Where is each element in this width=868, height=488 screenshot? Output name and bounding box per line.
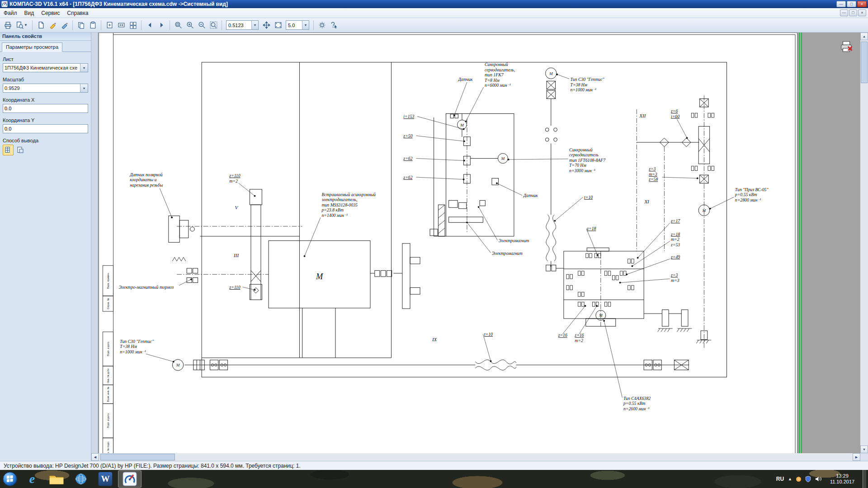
ann-sensor-polar-1: Датчик полярной [129,172,163,177]
ann-servo-1fk7-5: n=6000 мин⁻¹ [485,83,511,88]
pan-button[interactable] [260,19,272,31]
scroll-right-button[interactable]: ▶ [853,453,860,461]
taskbar-item-browser[interactable] [69,470,93,488]
sheet-print-marker-icon[interactable] [840,40,853,53]
document-restore-button[interactable]: □ [849,9,857,16]
horizontal-scroll-thumb[interactable] [100,454,175,460]
scale-combo[interactable]: 0.9529 ▼ [3,84,88,93]
ann-main-motor-5: n=1400 мин⁻¹ [321,213,348,218]
ann-sensor-top: Датчик [458,77,473,82]
clock-date: 11.10.2017 [826,479,859,485]
motor-letter-5: M [702,208,707,213]
window-minimize-button[interactable]: — [836,1,846,7]
taskbar-item-internet-explorer[interactable]: e [20,470,44,488]
zoom-all-button[interactable] [208,19,219,31]
paste-button[interactable] [87,19,99,31]
sheet-preview[interactable]: Перв. примен. Справ. № Подп. и дата Инв.… [99,33,797,453]
vertical-scrollbar[interactable]: ▲ ▼ [860,33,868,453]
sheet-combo-value: 1П756ДФ3 Кинематическая схе [3,65,80,70]
clock[interactable]: 13:29 11.10.2017 [826,473,859,485]
coordinate-x-field[interactable] [3,104,88,113]
taskbar-item-file-explorer[interactable] [45,470,68,488]
main-toolbar: ▼ 0.5123 ▼ 5.0 ▼ [0,18,868,33]
hidden-icons-chevron[interactable]: ▲ [788,477,792,481]
language-indicator[interactable]: RU [776,476,784,482]
step-combo[interactable]: 5.0 ▼ [286,20,309,30]
taskbar-item-kompas[interactable] [118,470,142,488]
horizontal-scrollbar[interactable]: ◀ ▶ [91,453,860,461]
select-sheets-marker-button[interactable] [47,19,58,31]
zoom-window-button[interactable] [172,19,184,31]
eskd-label-3: Инв. № дубл. [107,367,109,383]
ann-servo-1fk7-1: Синхронный [485,62,508,67]
zoom-scale-combo[interactable]: 0.5123 ▼ [226,20,259,30]
ann-geptis-left-1: Тип С30 "Гептис" [120,339,154,344]
output-mode-part-button[interactable] [15,145,26,155]
output-mode-all-sheets-button[interactable] [3,145,14,155]
taskbar: e W RU ▲ [0,470,868,488]
tab-view-parameters[interactable]: Параметры просмотра [2,42,62,52]
zoom-in-button[interactable] [184,19,196,31]
menu-service[interactable]: Сервис [38,9,63,17]
fit-page-button[interactable] [104,19,115,31]
scroll-down-button[interactable]: ▼ [860,446,868,453]
document-minimize-button[interactable]: — [840,9,848,16]
motor-letter-4: M [549,71,553,76]
chevron-down-icon[interactable]: ▼ [80,84,88,92]
menu-file[interactable]: Файл [0,9,21,17]
document-close-button[interactable]: × [858,9,866,16]
window-restore-button[interactable]: □ [847,1,856,7]
multiple-pages-button[interactable] [127,19,139,31]
help-button[interactable] [328,19,340,31]
zoom-out-button[interactable] [196,19,208,31]
chevron-down-icon[interactable]: ▼ [302,21,309,29]
ann-i153: i=153 [403,114,414,119]
output-mode-label: Способ вывода [3,138,88,143]
start-button[interactable] [0,470,20,488]
coordinate-y-field[interactable] [3,124,88,133]
shaft-label-xi: XI [644,199,650,204]
kinematic-scheme-drawing: Перв. примен. Справ. № Подп. и дата Инв.… [99,33,798,453]
ann-priz-3: n=2800 мин⁻¹ [735,197,761,202]
tray-icon-shield[interactable] [805,476,811,482]
select-region-marker-button[interactable] [58,19,70,31]
properties-panel-header: Панель свойств [0,33,91,41]
scroll-left-button[interactable]: ◀ [91,453,99,461]
menu-view[interactable]: Вид [21,9,38,17]
copy-button[interactable] [75,19,87,31]
tray-icon-orange[interactable] [796,477,801,482]
preview-canvas[interactable]: Перв. примен. Справ. № Подп. и дата Инв.… [98,33,860,453]
print-settings-button[interactable] [316,19,328,31]
shaft-label-xii: XII [639,113,646,118]
window-close-button[interactable]: × [857,1,867,7]
window-title: КОМПАС-3D V16.1 x64 - [1П756ДФ3 Кинемати… [9,1,228,7]
menu-help[interactable]: Справка [63,9,92,17]
ann-z16b: z=16 [574,333,584,338]
fit-window-button[interactable] [272,19,284,31]
ann-z16a: z=16 [558,333,567,338]
eskd-label-6: Инв. № подл. [107,441,109,453]
chevron-down-icon[interactable]: ▼ [80,64,88,72]
previous-sheet-button[interactable] [144,19,156,31]
taskbar-item-word[interactable]: W [94,470,117,488]
centerlines [177,95,704,348]
page-setup-button[interactable] [35,19,47,31]
ann-z62a: z=62 [403,156,412,161]
show-desktop-button[interactable] [863,470,866,488]
chevron-down-icon[interactable]: ▼ [251,21,258,29]
print-button[interactable] [2,19,14,31]
vertical-scroll-thumb[interactable] [861,42,868,83]
ann-c4a-1: Тип С4АХ6382 [623,396,651,401]
panel-splitter[interactable] [91,33,98,453]
ann-m3a: m=3 [649,172,657,177]
next-sheet-button[interactable] [156,19,167,31]
print-preview-button[interactable]: ▼ [14,19,30,31]
volume-icon[interactable] [815,476,822,482]
ann-z17: z=17 [670,218,680,223]
fit-width-button[interactable] [115,19,127,31]
scroll-up-button[interactable]: ▲ [860,33,868,40]
word-icon: W [98,472,113,486]
sheet-combo[interactable]: 1П756ДФ3 Кинематическая схе ▼ [3,63,88,72]
ann-geptis-right-1: Тип С30 "Гептис" [571,77,605,82]
sheet-label: Лист [3,56,88,62]
